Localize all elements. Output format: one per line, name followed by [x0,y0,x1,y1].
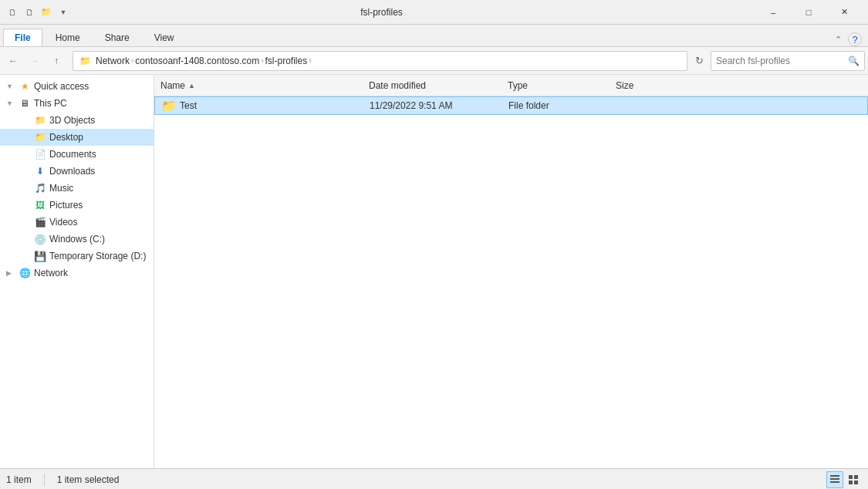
title-bar-title: fsl-profiles [8,7,755,18]
file-icon-test: 📁 [161,98,177,113]
svg-rect-4 [854,475,858,479]
breadcrumb: 📁 Network › contosoanf-1408.contoso.com … [79,56,312,66]
breadcrumb-icon: 📁 [79,56,91,66]
file-modified-test: 11/29/2022 9:51 AM [370,100,508,111]
expand-arrow-music: ▶ [22,184,31,192]
expand-arrow-downloads: ▶ [22,167,31,175]
help-button[interactable]: ? [848,32,862,46]
col-modified-label: Date modified [369,80,426,91]
table-row[interactable]: 📁 Test 11/29/2022 9:51 AM File folder [154,96,868,115]
sidebar-item-label-3d: 3D Objects [49,115,95,126]
ribbon: File Home Share View ⌃ ? [0,25,868,47]
item-count: 1 item [6,474,32,485]
sidebar-item-network[interactable]: ▶ 🌐 Network [0,265,154,282]
sidebar-item-label-windows-c: Windows (C:) [49,234,105,244]
expand-arrow-pictures: ▶ [22,201,31,209]
large-view-button[interactable] [845,471,862,488]
ribbon-tabs: File Home Share View ⌃ ? [0,25,868,46]
sidebar-item-desktop[interactable]: ▶ 📁 Desktop [0,129,154,146]
sidebar-item-label-desktop: Desktop [49,132,83,143]
col-size-label: Size [616,80,633,91]
downloads-icon: ⬇ [34,165,46,177]
details-view-button[interactable] [826,471,843,488]
music-icon: 🎵 [34,182,46,194]
sidebar-item-label-downloads: Downloads [49,166,95,177]
svg-rect-6 [854,481,858,484]
pictures-icon: 🖼 [34,199,46,211]
sidebar-item-videos[interactable]: ▶ 🎬 Videos [0,214,154,231]
breadcrumb-host[interactable]: contosoanf-1408.contoso.com [135,56,259,66]
breadcrumb-folder[interactable]: fsl-profiles [265,56,307,66]
refresh-button[interactable]: ↻ [689,51,709,71]
expand-arrow-windows: ▶ [22,235,31,243]
search-box[interactable]: 🔍 [711,51,865,71]
back-button[interactable]: ← [3,51,23,71]
network-icon: 🌐 [19,267,31,279]
breadcrumb-network[interactable]: Network [96,56,130,66]
view-buttons [826,471,862,488]
large-view-icon [848,474,859,485]
search-icon: 🔍 [848,56,860,66]
col-name-label: Name [160,80,185,91]
close-button[interactable]: ✕ [826,0,862,25]
tab-share[interactable]: Share [93,29,141,46]
sort-arrow-name: ▲ [188,82,195,89]
sidebar-item-label-documents: Documents [49,149,96,160]
tab-file[interactable]: File [3,29,42,46]
svg-rect-5 [849,481,853,484]
col-header-modified[interactable]: Date modified [369,80,508,91]
sidebar-item-3d-objects[interactable]: ▶ 📁 3D Objects [0,112,154,129]
maximize-button[interactable]: □ [791,0,826,25]
expand-arrow-3d: ▶ [22,116,31,124]
sidebar-item-label-quick-access: Quick access [34,81,89,92]
sep1: › [131,56,133,65]
search-input[interactable] [716,56,848,66]
content-list: 📁 Test 11/29/2022 9:51 AM File folder [154,96,868,468]
expand-arrow-videos: ▶ [22,218,31,226]
sep3: › [309,56,311,65]
col-header-name[interactable]: Name ▲ [160,80,369,91]
sidebar-item-label-pictures: Pictures [49,200,83,211]
drive-d-icon: 💾 [34,250,46,262]
svg-rect-0 [830,475,839,477]
svg-rect-1 [830,478,839,480]
sidebar-item-label-network: Network [34,268,68,278]
selected-count: 1 item selected [57,474,120,485]
sidebar-item-quick-access[interactable]: ▼ ★ Quick access [0,78,154,95]
sidebar-item-pictures[interactable]: ▶ 🖼 Pictures [0,197,154,214]
sidebar-item-this-pc[interactable]: ▼ 🖥 This PC [0,95,154,112]
ribbon-collapse-btn[interactable]: ⌃ [835,35,842,45]
col-header-size[interactable]: Size [616,80,677,91]
title-bar: 🗋 🗋 📁 ▼ fsl-profiles – □ ✕ [0,0,868,25]
content-area: Name ▲ Date modified Type Size 📁 Test 11… [154,75,868,468]
svg-rect-3 [849,475,853,479]
details-view-icon [829,474,840,485]
tab-view[interactable]: View [143,29,186,46]
title-bar-controls[interactable]: – □ ✕ [755,0,862,25]
svg-rect-2 [830,481,839,483]
content-header: Name ▲ Date modified Type Size [154,75,868,96]
col-type-label: Type [508,80,528,91]
forward-button[interactable]: → [25,51,45,71]
expand-arrow-documents: ▶ [22,150,31,158]
expand-arrow-temp: ▶ [22,252,31,260]
sidebar-item-windows-c[interactable]: ▶ 💿 Windows (C:) [0,231,154,248]
sidebar-item-music[interactable]: ▶ 🎵 Music [0,180,154,197]
status-separator [44,474,45,486]
expand-arrow-this-pc: ▼ [6,99,15,107]
address-bar[interactable]: 📁 Network › contosoanf-1408.contoso.com … [73,51,687,71]
tab-home[interactable]: Home [44,29,92,46]
minimize-button[interactable]: – [755,0,791,25]
sidebar-item-documents[interactable]: ▶ 📄 Documents [0,146,154,163]
file-name-test: Test [180,100,370,111]
sidebar-item-downloads[interactable]: ▶ ⬇ Downloads [0,163,154,180]
address-row: ← → ↑ 📁 Network › contosoanf-1408.contos… [0,47,868,75]
expand-arrow-quick-access: ▼ [6,83,15,90]
col-header-type[interactable]: Type [508,80,616,91]
pc-icon: 🖥 [19,97,31,110]
up-button[interactable]: ↑ [46,51,66,71]
sidebar-item-label-videos: Videos [49,217,77,228]
sidebar-item-label-this-pc: This PC [34,98,67,109]
3d-objects-icon: 📁 [34,114,46,126]
sidebar-item-temp-d[interactable]: ▶ 💾 Temporary Storage (D:) [0,248,154,265]
